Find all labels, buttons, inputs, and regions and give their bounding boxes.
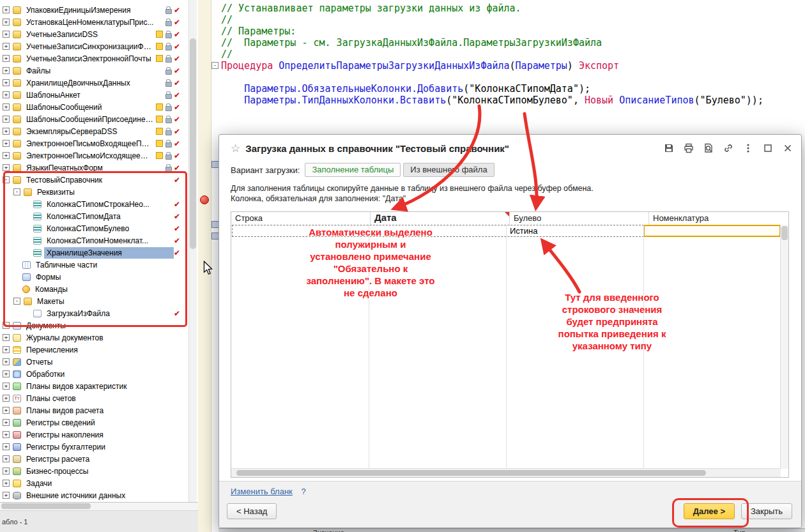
expand-icon[interactable]: + xyxy=(3,419,10,426)
expand-icon[interactable]: + xyxy=(3,370,10,377)
expand-icon[interactable]: + xyxy=(3,346,10,353)
variant-option[interactable]: Заполнение таблицы xyxy=(305,163,401,177)
tree-item[interactable]: КолонкаСТипомНоменклат...✔ xyxy=(0,234,189,247)
collapse-region-icon[interactable]: - xyxy=(211,62,218,69)
expand-icon[interactable]: + xyxy=(3,116,10,123)
expand-icon[interactable]: + xyxy=(3,164,10,171)
tree-item[interactable]: +Планы видов расчета xyxy=(0,404,189,416)
expand-icon[interactable]: + xyxy=(3,31,10,38)
grid-vertical-scrollbar[interactable] xyxy=(780,225,788,469)
tree-item[interactable]: +Перечисления xyxy=(0,344,189,356)
column-header[interactable]: Булево xyxy=(510,212,649,225)
tree-item[interactable]: +ЭкземплярыСервераDSS✔ xyxy=(0,125,189,137)
expand-icon[interactable]: + xyxy=(3,55,10,62)
help-link[interactable]: ? xyxy=(301,487,305,496)
tree-item[interactable]: -ТестовыйСправочник✔ xyxy=(0,174,189,186)
maximize-icon[interactable] xyxy=(762,142,774,154)
tree-item[interactable]: +Регистры бухгалтерии xyxy=(0,441,189,453)
tree-item[interactable]: +Отчеты xyxy=(0,356,189,368)
tree-item[interactable]: +ШаблоныАнкет✔ xyxy=(0,89,189,101)
tree-item[interactable]: ЗагрузкаИзФайла✔ xyxy=(0,307,189,319)
tree-item[interactable]: +Документы xyxy=(0,319,189,331)
expand-icon[interactable]: + xyxy=(3,358,10,365)
expand-icon[interactable]: + xyxy=(3,43,10,50)
back-button[interactable]: < Назад xyxy=(227,503,277,519)
tree-item[interactable]: +УстановкаЦенНоменклатурыПрис...✔ xyxy=(0,16,189,28)
scrollbar-thumb[interactable] xyxy=(236,470,706,476)
tree-item[interactable]: +Бизнес-процессы xyxy=(0,465,189,477)
tree-item[interactable]: КолонкаСТипомБулево✔ xyxy=(0,222,189,234)
collapse-icon[interactable]: - xyxy=(13,188,20,195)
more-icon[interactable] xyxy=(742,142,754,154)
variant-option[interactable]: Из внешнего файла xyxy=(403,163,494,177)
print-icon[interactable] xyxy=(683,142,694,154)
column-header[interactable]: Дата xyxy=(371,212,510,225)
expand-icon[interactable]: + xyxy=(3,455,10,462)
expand-icon[interactable]: + xyxy=(3,443,10,450)
grid-horizontal-scrollbar[interactable] xyxy=(231,468,781,477)
tree-item[interactable]: +Журналы документов xyxy=(0,331,189,344)
expand-icon[interactable]: + xyxy=(3,407,10,414)
next-button[interactable]: Далее > xyxy=(684,503,735,519)
scrollbar-thumb[interactable] xyxy=(781,226,788,240)
tree-item[interactable]: +Планы видов характеристик xyxy=(0,380,189,392)
tree-item[interactable]: +ШаблоныСообщений✔ xyxy=(0,101,189,113)
tree-item[interactable]: +ШаблоныСообщенийПрисоединенн...✔ xyxy=(0,113,189,125)
tree-item[interactable]: КолонкаСТипомСтрокаНео...✔ xyxy=(0,198,189,210)
link-icon[interactable] xyxy=(723,142,734,154)
tree-item[interactable]: +ЭлектронноеПисьмоВходящееПри...✔ xyxy=(0,137,189,149)
tree-vertical-scrollbar[interactable] xyxy=(188,0,197,502)
tree-item[interactable]: Табличные части xyxy=(0,259,189,271)
tree-item[interactable]: +УчетныеЗаписиСинхронизацииФа...✔ xyxy=(0,40,189,52)
tree-item[interactable]: +УчетныеЗаписиDSS✔ xyxy=(0,28,189,40)
tree-item[interactable]: ХранилищеЗначения✔ xyxy=(0,247,189,259)
tree-item[interactable]: -Реквизиты xyxy=(0,186,189,198)
expand-icon[interactable]: + xyxy=(3,140,10,147)
close-button[interactable]: Закрыть xyxy=(741,503,792,519)
tree-horizontal-scrollbar[interactable] xyxy=(0,503,198,511)
expand-icon[interactable]: + xyxy=(3,67,10,74)
expand-icon[interactable]: + xyxy=(3,103,10,110)
scrollbar-thumb[interactable] xyxy=(1,503,91,509)
tablo-tab[interactable]: абло - 1 xyxy=(2,518,27,526)
expand-icon[interactable]: + xyxy=(3,334,10,341)
column-header[interactable]: Номенклатура xyxy=(649,212,788,225)
expand-icon[interactable]: + xyxy=(3,480,10,487)
expand-icon[interactable]: + xyxy=(3,152,10,159)
tree-item[interactable]: Формы xyxy=(0,271,189,283)
expand-icon[interactable]: + xyxy=(3,395,10,402)
tree-item[interactable]: +Регистры расчета xyxy=(0,453,189,465)
tree-item[interactable]: +ЯзыкиПечатныхФорм✔ xyxy=(0,162,189,174)
tree-item[interactable]: +Планы счетов xyxy=(0,392,189,404)
expand-icon[interactable]: + xyxy=(3,322,10,329)
favorite-star-icon[interactable]: ☆ xyxy=(231,142,240,154)
column-header[interactable]: Строка xyxy=(231,212,371,225)
collapse-icon[interactable]: - xyxy=(3,176,10,183)
expand-icon[interactable]: + xyxy=(3,91,10,98)
breakpoint-margin[interactable] xyxy=(198,0,211,532)
scrollbar-thumb[interactable] xyxy=(190,38,196,249)
tree-item[interactable]: +ЭлектронноеПисьмоИсходящееПр...✔ xyxy=(0,149,189,162)
close-icon[interactable] xyxy=(782,142,793,154)
edit-form-link[interactable]: Изменить бланк xyxy=(231,487,293,496)
tree-item[interactable]: +Регистры накопления xyxy=(0,429,189,441)
expand-icon[interactable]: + xyxy=(3,19,10,26)
tree-item[interactable]: +Внешние источники данных xyxy=(0,489,189,501)
tree-item[interactable]: -Макеты xyxy=(0,295,189,307)
grid-cell-bool-value[interactable]: Истина xyxy=(506,225,643,237)
expand-icon[interactable]: + xyxy=(3,431,10,438)
tree-item[interactable]: +УпаковкиЕдиницыИзмерения✔ xyxy=(0,4,189,16)
data-grid[interactable]: СтрокаДатаБулевоНоменклатура Истина xyxy=(231,211,789,478)
tree-item[interactable]: +ХранилищеДвоичныхДанных✔ xyxy=(0,77,189,89)
collapse-icon[interactable]: - xyxy=(13,298,20,305)
tree-item[interactable]: +УчетныеЗаписиЭлектроннойПочты✔ xyxy=(0,52,189,65)
tree-item[interactable]: КолонкаСТипомДата✔ xyxy=(0,210,189,222)
tree-item[interactable]: +Обработки xyxy=(0,368,189,380)
selected-cell[interactable] xyxy=(643,225,781,237)
expand-icon[interactable]: + xyxy=(3,79,10,86)
grid-body[interactable]: Истина xyxy=(231,225,781,469)
expand-icon[interactable]: + xyxy=(3,6,10,13)
expand-icon[interactable]: + xyxy=(3,467,10,475)
breakpoint-icon[interactable] xyxy=(200,195,209,204)
tree-item[interactable]: +Файлы✔ xyxy=(0,65,189,77)
